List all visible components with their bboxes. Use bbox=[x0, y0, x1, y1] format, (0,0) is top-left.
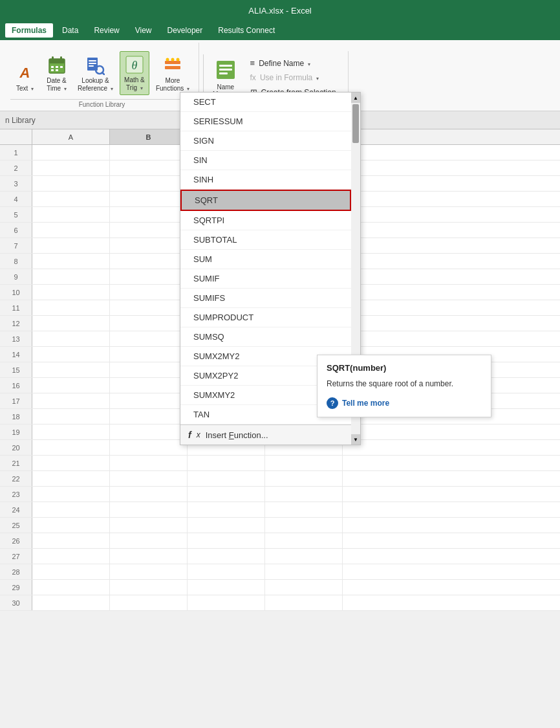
cell-b21[interactable] bbox=[110, 456, 188, 470]
cell-c22[interactable] bbox=[188, 471, 265, 486]
menu-item-review[interactable]: Review bbox=[87, 23, 125, 38]
menu-item-formulas[interactable]: Formulas bbox=[5, 23, 53, 38]
table-row[interactable]: 28 bbox=[0, 564, 560, 580]
cell-a7[interactable] bbox=[32, 238, 110, 253]
cell-a3[interactable] bbox=[32, 176, 110, 191]
cell-d29[interactable] bbox=[265, 580, 343, 595]
cell-a8[interactable] bbox=[32, 254, 110, 269]
cell-a15[interactable] bbox=[32, 362, 110, 377]
cell-d27[interactable] bbox=[265, 549, 343, 564]
cell-b10[interactable] bbox=[110, 285, 188, 300]
cell-d30[interactable] bbox=[265, 595, 343, 610]
dropdown-item[interactable]: SIN bbox=[180, 151, 351, 170]
cell-a24[interactable] bbox=[32, 502, 110, 517]
cell-b29[interactable] bbox=[110, 580, 188, 595]
cell-b17[interactable] bbox=[110, 393, 188, 408]
cell-d22[interactable] bbox=[265, 471, 343, 486]
cell-b16[interactable] bbox=[110, 378, 188, 393]
table-row[interactable]: 30 bbox=[0, 595, 560, 611]
cell-b13[interactable] bbox=[110, 331, 188, 346]
cell-b6[interactable] bbox=[110, 223, 188, 237]
cell-a4[interactable] bbox=[32, 192, 110, 206]
cell-a18[interactable] bbox=[32, 409, 110, 424]
cell-c28[interactable] bbox=[188, 564, 265, 579]
cell-c24[interactable] bbox=[188, 502, 265, 517]
cell-a26[interactable] bbox=[32, 533, 110, 548]
menu-item-data[interactable]: Data bbox=[56, 23, 85, 38]
cell-b26[interactable] bbox=[110, 533, 188, 548]
table-row[interactable]: 29 bbox=[0, 580, 560, 595]
cell-b7[interactable] bbox=[110, 238, 188, 253]
cell-c25[interactable] bbox=[188, 518, 265, 533]
table-row[interactable]: 22 bbox=[0, 471, 560, 487]
dropdown-item[interactable]: SINH bbox=[180, 170, 351, 190]
cell-a29[interactable] bbox=[32, 580, 110, 595]
cell-a16[interactable] bbox=[32, 378, 110, 393]
dropdown-item[interactable]: SERIESSUM bbox=[180, 112, 351, 131]
table-row[interactable]: 25 bbox=[0, 518, 560, 533]
text-button[interactable]: A Text ▾ bbox=[10, 60, 39, 95]
cell-a6[interactable] bbox=[32, 223, 110, 237]
table-row[interactable]: 23 bbox=[0, 487, 560, 502]
lookup-reference-button[interactable]: Lookup &Reference ▾ bbox=[74, 52, 117, 95]
menu-item-results-connect[interactable]: Results Connect bbox=[211, 23, 281, 38]
math-trig-button[interactable]: θ Math &Trig ▾ bbox=[120, 51, 149, 95]
dropdown-item[interactable]: SUM bbox=[180, 250, 351, 269]
menu-item-developer[interactable]: Developer bbox=[161, 23, 210, 38]
table-row[interactable]: 26 bbox=[0, 533, 560, 549]
insert-function-footer[interactable]: fx Insert Function... bbox=[180, 425, 351, 445]
tell-me-more-link[interactable]: ? Tell me more bbox=[327, 397, 482, 409]
cell-c23[interactable] bbox=[188, 487, 265, 502]
cell-b23[interactable] bbox=[110, 487, 188, 502]
cell-b8[interactable] bbox=[110, 254, 188, 269]
cell-b14[interactable] bbox=[110, 347, 188, 362]
cell-a19[interactable] bbox=[32, 425, 110, 439]
more-functions-button[interactable]: MoreFunctions ▾ bbox=[152, 52, 193, 95]
dropdown-item[interactable]: SECT bbox=[180, 93, 351, 112]
dropdown-item[interactable]: SIGN bbox=[180, 131, 351, 151]
cell-b1[interactable] bbox=[110, 145, 188, 160]
cell-a30[interactable] bbox=[32, 595, 110, 610]
cell-b11[interactable] bbox=[110, 300, 188, 315]
dropdown-item[interactable]: SQRT bbox=[180, 190, 351, 211]
table-row[interactable]: 27 bbox=[0, 549, 560, 564]
cell-a9[interactable] bbox=[32, 269, 110, 284]
cell-b3[interactable] bbox=[110, 176, 188, 191]
cell-c30[interactable] bbox=[188, 595, 265, 610]
cell-b20[interactable] bbox=[110, 440, 188, 455]
cell-b22[interactable] bbox=[110, 471, 188, 486]
cell-a17[interactable] bbox=[32, 393, 110, 408]
cell-b24[interactable] bbox=[110, 502, 188, 517]
cell-b25[interactable] bbox=[110, 518, 188, 533]
cell-a20[interactable] bbox=[32, 440, 110, 455]
cell-b27[interactable] bbox=[110, 549, 188, 564]
table-row[interactable]: 24 bbox=[0, 502, 560, 518]
cell-b9[interactable] bbox=[110, 269, 188, 284]
table-row[interactable]: 21 bbox=[0, 456, 560, 471]
cell-a25[interactable] bbox=[32, 518, 110, 533]
cell-b19[interactable] bbox=[110, 425, 188, 439]
cell-a21[interactable] bbox=[32, 456, 110, 470]
cell-d25[interactable] bbox=[265, 518, 343, 533]
cell-c21[interactable] bbox=[188, 456, 265, 470]
cell-a10[interactable] bbox=[32, 285, 110, 300]
cell-a28[interactable] bbox=[32, 564, 110, 579]
cell-a22[interactable] bbox=[32, 471, 110, 486]
cell-a23[interactable] bbox=[32, 487, 110, 502]
cell-b2[interactable] bbox=[110, 160, 188, 175]
cell-c27[interactable] bbox=[188, 549, 265, 564]
dropdown-item[interactable]: SQRTPI bbox=[180, 211, 351, 230]
cell-d28[interactable] bbox=[265, 564, 343, 579]
scroll-up-button[interactable]: ▲ bbox=[351, 93, 360, 103]
cell-d23[interactable] bbox=[265, 487, 343, 502]
cell-a2[interactable] bbox=[32, 160, 110, 175]
cell-b12[interactable] bbox=[110, 316, 188, 331]
cell-b5[interactable] bbox=[110, 207, 188, 222]
dropdown-item[interactable]: SUMSQ bbox=[180, 327, 351, 347]
cell-a1[interactable] bbox=[32, 145, 110, 160]
scroll-thumb[interactable] bbox=[352, 104, 359, 143]
cell-d26[interactable] bbox=[265, 533, 343, 548]
dropdown-item[interactable]: SUMIF bbox=[180, 269, 351, 289]
cell-b4[interactable] bbox=[110, 192, 188, 206]
cell-a14[interactable] bbox=[32, 347, 110, 362]
